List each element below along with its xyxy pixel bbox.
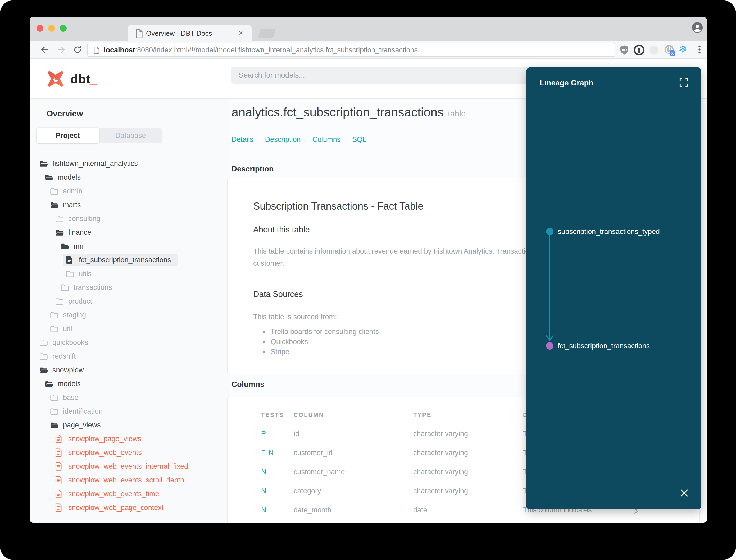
col-header-tests: TESTS: [261, 412, 284, 418]
close-icon[interactable]: [679, 488, 689, 499]
tab-title: Overview - DBT Docs: [146, 29, 212, 38]
maximize-window-button[interactable]: [60, 25, 67, 32]
tree-item-marts[interactable]: marts: [30, 198, 230, 212]
model-tabs: DetailsDescriptionColumnsSQL: [232, 136, 367, 144]
tree-item-utils[interactable]: utils: [30, 267, 230, 281]
tree-item-page_views[interactable]: page_views: [30, 418, 230, 432]
tree-item-staging[interactable]: staging: [30, 308, 230, 322]
lineage-node-label-subscription_transactions_typed[interactable]: subscription_transactions_typed: [558, 226, 660, 237]
type-cell: character varying: [413, 430, 468, 438]
dbt-logo-icon: [45, 68, 66, 89]
tab-database[interactable]: Database: [99, 128, 162, 143]
model-tab-sql[interactable]: SQL: [352, 136, 367, 144]
tree-item-util[interactable]: util: [30, 322, 230, 336]
tree-item-label: staging: [63, 311, 86, 319]
about-heading: About this table: [253, 225, 310, 234]
reload-icon[interactable]: [73, 45, 82, 55]
folder-closed-icon: [55, 297, 64, 305]
tree-item-label: product: [68, 297, 92, 305]
column-cell: category: [294, 487, 321, 495]
tree-item-snowplow_web_events_internal_fixed[interactable]: snowplow_web_events_internal_fixed: [30, 459, 230, 473]
tree-item-label: admin: [63, 187, 83, 195]
folder-closed-icon: [50, 311, 59, 319]
tree-item-snowplow_web_events[interactable]: snowplow_web_events: [30, 446, 230, 459]
sidebar-heading: Overview: [47, 109, 83, 119]
tree-item-label: models: [58, 380, 81, 388]
type-cell: character varying: [413, 468, 468, 476]
tab-project[interactable]: Project: [37, 128, 99, 143]
tree-item-label: snowplow_web_events_internal_fixed: [68, 462, 188, 471]
tree-item-label: snowplow_web_events_scroll_depth: [68, 476, 184, 484]
lineage-node-dot-fct_subscription_transactions[interactable]: [546, 342, 553, 350]
tree-item-transactions[interactable]: transactions: [30, 281, 230, 294]
tree-item-label: snowplow: [52, 366, 84, 374]
tree-item-admin[interactable]: admin: [30, 184, 230, 198]
tree-item-identification[interactable]: identification: [30, 404, 230, 418]
new-tab-button[interactable]: [258, 29, 276, 38]
tree-item-consulting[interactable]: consulting: [30, 212, 230, 225]
page-favicon-icon: [136, 29, 143, 39]
minimize-window-button[interactable]: [48, 25, 55, 32]
tree-item-fishtown_internal_analytics[interactable]: fishtown_internal_analytics: [30, 157, 230, 170]
tree-item-base[interactable]: base: [30, 391, 230, 404]
tree-item-label: transactions: [74, 283, 112, 292]
tree-item-label: marts: [63, 201, 81, 209]
tests-cell: P: [261, 430, 267, 438]
source-item: Stripe: [261, 347, 379, 357]
browser-tab[interactable]: Overview - DBT Docs ×: [128, 25, 252, 41]
tree-item-label: page_views: [63, 421, 101, 429]
tree-item-label: identification: [63, 407, 103, 416]
url-path: :8080/index.html#!/model/model.fishtown_…: [135, 46, 418, 54]
tree-item-mrr[interactable]: mrr: [30, 239, 230, 253]
tree-item-label: snowplow_web_events: [68, 449, 142, 457]
close-window-button[interactable]: [37, 25, 43, 32]
file-icon: [55, 435, 64, 443]
tree-item-models[interactable]: models: [30, 170, 230, 184]
model-tab-columns[interactable]: Columns: [313, 136, 341, 144]
file-tree: fishtown_internal_analyticsmodelsadminma…: [30, 157, 230, 514]
back-icon[interactable]: [40, 45, 49, 55]
screenshot-canvas: Overview - DBT Docs × localhost:8080/ind…: [0, 0, 736, 560]
tree-item-fct_subscription_transactions[interactable]: fct_subscription_transactions: [30, 253, 230, 267]
url-bar[interactable]: localhost:8080/index.html#!/model/model.…: [87, 43, 615, 57]
fullscreen-expand-icon[interactable]: [679, 78, 689, 89]
tree-item-snowplow_web_events_scroll_depth[interactable]: snowplow_web_events_scroll_depth: [30, 473, 230, 487]
model-tab-description[interactable]: Description: [265, 136, 301, 144]
tree-item-label: consulting: [68, 215, 101, 223]
tab-close-icon[interactable]: ×: [239, 29, 243, 37]
sidebar: Overview ProjectDatabase fishtown_intern…: [30, 99, 230, 523]
tree-item-label: quickbooks: [52, 338, 88, 347]
tree-item-label: snowplow_page_views: [68, 435, 141, 443]
lineage-node-label-fct_subscription_transactions[interactable]: fct_subscription_transactions: [558, 341, 650, 351]
column-cell: customer_id: [294, 449, 333, 457]
model-tab-details[interactable]: Details: [232, 136, 254, 144]
column-cell: date_month: [294, 506, 332, 514]
svg-text:uO: uO: [622, 48, 627, 52]
type-cell: character varying: [413, 487, 468, 495]
lineage-node-dot-subscription_transactions_typed[interactable]: [546, 228, 553, 235]
tree-item-label: fct_subscription_transactions: [79, 256, 171, 264]
folder-open-icon: [60, 242, 69, 250]
folder-open-icon: [55, 229, 64, 236]
folder-closed-icon: [50, 408, 59, 415]
tree-item-finance[interactable]: finance: [30, 225, 230, 239]
folder-closed-icon: [50, 394, 59, 401]
snowflake-extension-icon[interactable]: ❄: [678, 43, 692, 61]
file-icon: [55, 490, 64, 498]
tree-item-snowplow[interactable]: snowplow: [30, 363, 230, 377]
column-cell: id: [294, 430, 299, 438]
url-text: localhost:8080/index.html#!/model/model.…: [104, 46, 418, 54]
tests-cell: N: [261, 487, 267, 495]
sources-heading: Data Sources: [253, 290, 303, 299]
tree-item-quickbooks[interactable]: quickbooks: [30, 336, 230, 349]
dbt-logo-text: dbt_: [70, 72, 98, 86]
tree-item-redshift[interactable]: redshift: [30, 349, 230, 363]
tree-item-snowplow_web_events_time[interactable]: snowplow_web_events_time: [30, 487, 230, 501]
tree-item-models[interactable]: models: [30, 377, 230, 391]
tree-item-snowplow_page_views[interactable]: snowplow_page_views: [30, 432, 230, 446]
tree-item-product[interactable]: product: [30, 294, 230, 308]
forward-icon[interactable]: [57, 45, 66, 55]
profile-avatar-icon[interactable]: [692, 22, 703, 34]
tree-item-snowplow_web_page_context[interactable]: snowplow_web_page_context: [30, 501, 230, 514]
dbt-logo[interactable]: dbt_: [45, 68, 98, 89]
